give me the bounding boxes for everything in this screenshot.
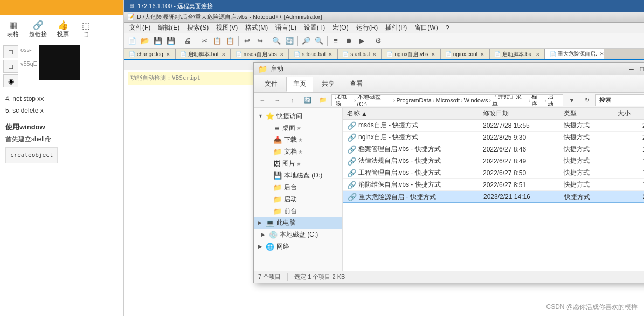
menu-edit[interactable]: 编辑(E) [155,23,183,33]
menu-view[interactable]: 视图(V) [213,23,241,33]
tree-frontend[interactable]: 📁 前台 [254,205,342,217]
col-header-type[interactable]: 类型 [564,109,618,118]
search-box[interactable]: 搜索 🔍 [595,94,644,106]
menu-search[interactable]: 搜索(S) [184,23,212,33]
tb-new[interactable]: 📄 [126,35,138,47]
nav-refresh[interactable]: 🔄 [301,94,314,106]
col-header-size[interactable]: 大小 [618,109,644,118]
nav-refresh2[interactable]: ↻ [580,94,593,106]
address-bar[interactable]: 此电脑 › 本地磁盘 (C:) › ProgramData › Microsof… [331,94,563,106]
file-row[interactable]: 🔗 法律法规自启.vbs - 快捷方式 2022/6/27 8:49 快捷方式 … [343,155,644,167]
menu-lang[interactable]: 语言(L) [272,23,300,33]
tb-cut[interactable]: ✂ [198,35,210,47]
tb-zoom-out[interactable]: 🔍 [313,35,325,47]
file-row[interactable]: 🔗 msds自启 - 快捷方式 2022/7/28 15:55 快捷方式 2 K… [343,120,644,132]
menu-plugins[interactable]: 插件(P) [382,23,410,33]
file-date: 2022/6/27 8:50 [483,169,564,177]
tree-pics[interactable]: 🖼 图片 ★ [254,157,342,169]
tb-settings[interactable]: ⚙ [372,35,384,47]
ribbon-tab-view[interactable]: 查看 [343,77,369,92]
tab-startup-bat[interactable]: 📄 启动脚本.bat ✕ [175,49,231,59]
menu-format[interactable]: 格式(M) [242,23,271,33]
explorer-maximize[interactable]: □ [638,65,644,73]
tb-undo[interactable]: ↩ [241,35,253,47]
explorer-minimize[interactable]: ─ [627,65,636,73]
tab-close-3[interactable]: ✕ [280,52,284,57]
file-row[interactable]: 🔗 消防维保自启.vbs - 快捷方式 2022/6/27 8:51 快捷方式 … [343,179,644,191]
tree-quickaccess[interactable]: ▼ ⭐ 快捷访问 [254,110,342,122]
tab-close-6[interactable]: ✕ [431,52,435,57]
file-row[interactable]: 🔗 nginx自启 - 快捷方式 2022/8/25 9:30 快捷方式 2 K… [343,132,644,143]
nav-dropdown[interactable]: ▼ [565,94,578,106]
ribbon-tab-share[interactable]: 共享 [315,77,341,92]
tree-docs[interactable]: 📁 文档 ★ [254,146,342,157]
col-header-name[interactable]: 名称 ▲ [343,109,483,118]
file-size: 2 KB [618,134,644,141]
tree-disk-d[interactable]: 💾 本地磁盘 (D:) [254,169,342,181]
tab-icon-1: 📄 [129,51,135,57]
nav-back[interactable]: ← [256,94,269,106]
menu-run[interactable]: 运行(R) [353,23,382,33]
tb-macro-play[interactable]: ▶ [356,35,368,47]
tab-close-8[interactable]: ✕ [536,52,540,57]
tb-print[interactable]: 🖨 [182,35,193,47]
menu-help[interactable]: ? [442,24,453,32]
tab-reload[interactable]: 📄 reload.bat ✕ [289,49,337,59]
tree-this-pc[interactable]: ▶ 💻 此电脑 [254,217,342,229]
tab-close-9[interactable]: ✕ [600,51,604,57]
sidebar-icon-3[interactable]: ◉ [3,74,18,87]
nav-up[interactable]: ↑ [286,94,299,106]
tb-indent[interactable]: ≡ [330,35,342,47]
tab-msds[interactable]: 📄 msds自启.vbs ✕ [231,49,289,59]
toolbar-table[interactable]: ▦ 表格 [6,19,19,38]
tb-zoom-in[interactable]: 🔎 [300,35,312,47]
ribbon-tab-home[interactable]: 主页 [286,77,313,92]
sidebar-icon-2[interactable]: □ [3,60,18,73]
tab-nginx-conf[interactable]: 📄 nginx.conf ✕ [440,49,490,59]
toolbar-vote[interactable]: 👍 投票 [57,19,70,38]
toolbar-extra[interactable]: ⬚ ⬚ [79,20,92,38]
col-header-date[interactable]: 修改日期 [483,109,564,118]
explorer-title: 启动 [271,64,283,73]
tree-startup[interactable]: 📁 启动 [254,193,342,205]
tree-backend[interactable]: 📁 后台 [254,181,342,193]
tb-saveall[interactable]: 💾 [165,35,177,47]
tb-replace[interactable]: 🔄 [283,35,295,47]
file-row[interactable]: 🔗 重大危险源自启 - 快捷方式 2023/2/21 14:16 快捷方式 2 … [343,191,644,203]
tab-start[interactable]: 📄 start.bat ✕ [337,49,382,59]
toolbar-link[interactable]: 🔗 超链接 [29,19,47,38]
tab-close-5[interactable]: ✕ [372,52,377,57]
tb-paste[interactable]: 📋 [224,35,236,47]
tb-open[interactable]: 📂 [139,35,151,47]
tab-danger-src[interactable]: 📄 重大危险源自启. ✕ [545,49,604,59]
tree-disk-c[interactable]: ▶ 💿 本地磁盘 (C:) [254,229,342,241]
tree-desktop[interactable]: 🖥 桌面 ★ [254,122,342,134]
tab-startup-bat2[interactable]: 📄 启动脚本.bat ✕ [489,49,545,59]
tab-change-log[interactable]: 📄 change.log ✕ [124,49,175,59]
menu-settings[interactable]: 设置(T) [301,23,328,33]
explorer-nav: ← → ↑ 🔄 📁 此电脑 › 本地磁盘 (C:) › ProgramData … [254,93,644,108]
tab-close-7[interactable]: ✕ [480,52,484,57]
tb-redo[interactable]: ↪ [254,35,266,47]
toolbar-vote-label: 投票 [57,30,69,38]
menu-window[interactable]: 窗口(W) [411,23,441,33]
tb-find[interactable]: 🔍 [271,35,282,47]
tree-network[interactable]: ▶ 🌐 网络 [254,241,342,252]
tab-nginx-vbs[interactable]: 📄 nginx自启.vbs ✕ [382,49,440,59]
file-row[interactable]: 🔗 工程管理自启.vbs - 快捷方式 2022/6/27 8:50 快捷方式 … [343,167,644,179]
tab-close-2[interactable]: ✕ [221,52,226,57]
file-row[interactable]: 🔗 档案管理自启.vbs - 快捷方式 2022/6/27 8:46 快捷方式 … [343,143,644,155]
menu-macro[interactable]: 宏(O) [329,23,351,33]
menu-file[interactable]: 文件(F) [126,23,154,33]
table-icon: ▦ [6,19,19,30]
sidebar-icon-1[interactable]: □ [3,45,18,58]
tree-downloads[interactable]: 📥 下载 ★ [254,134,342,146]
tab-close-4[interactable]: ✕ [328,52,333,57]
tb-macro-rec[interactable]: ⏺ [343,35,355,47]
tab-close-1[interactable]: ✕ [166,52,170,57]
tb-copy[interactable]: 📋 [211,35,223,47]
tb-save[interactable]: 💾 [152,35,164,47]
tree-icon-desktop: 🖥 [273,124,280,132]
ribbon-tab-file[interactable]: 文件 [258,77,284,92]
nav-forward[interactable]: → [271,94,284,106]
